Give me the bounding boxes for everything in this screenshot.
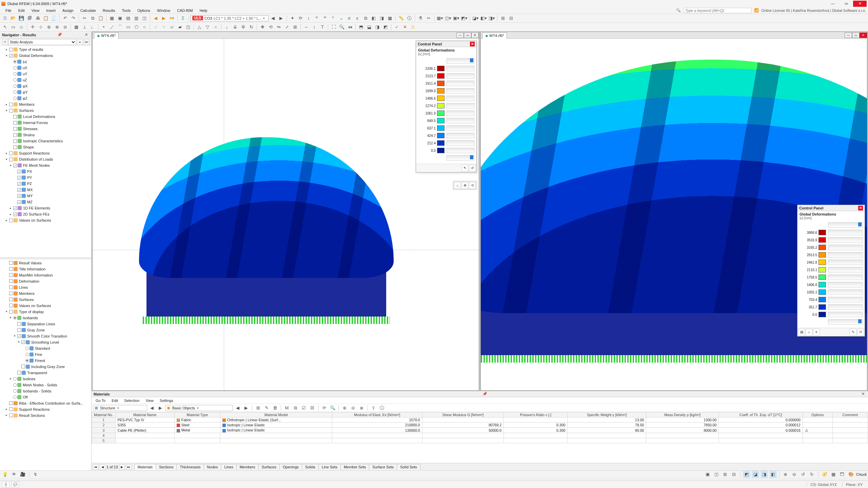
view-solid-button[interactable]: ▣	[116, 15, 124, 22]
calc-button[interactable]: Σ	[179, 15, 187, 22]
combo-prev[interactable]: ◀	[269, 15, 277, 22]
nav-next-button[interactable]: ▸	[77, 39, 83, 45]
tree-item[interactable]: Isotropic Characteristics	[1, 138, 91, 144]
mat-col-header[interactable]: Shear Modulus G [N/mm²]	[422, 412, 504, 418]
nav-menu-button[interactable]: ≡	[2, 39, 8, 45]
mat-tb10[interactable]: ⊖	[349, 404, 357, 412]
load-case-next[interactable]: ▶	[160, 15, 167, 22]
bb-dlg[interactable]: 🗔	[839, 471, 846, 478]
tree-expander[interactable]	[13, 176, 17, 180]
cp-opt3[interactable]: ≡	[813, 329, 820, 336]
save-button[interactable]: 💾	[18, 15, 25, 22]
bb-cp[interactable]: 🎨	[847, 471, 855, 478]
dim-1[interactable]: ↔	[302, 23, 310, 31]
menu-options[interactable]: Options	[134, 8, 154, 13]
tree-item[interactable]: ▸Result Sections	[1, 412, 91, 419]
tree-item[interactable]: Ribs - Effective Contribution on Surfa..…	[1, 400, 91, 406]
surface-1[interactable]: ▱	[168, 23, 176, 31]
load-case-list[interactable]: ≡▾	[168, 15, 176, 22]
tree-item[interactable]: Surfaces	[1, 297, 91, 303]
draw-poly[interactable]: ⬠	[133, 23, 140, 31]
mat-tb9[interactable]: ⊕	[341, 404, 348, 412]
mat-next2[interactable]: ▶	[242, 404, 250, 412]
window-maximize[interactable]: ▭	[840, 1, 853, 7]
tree-item[interactable]: φX	[1, 83, 91, 89]
tree-item[interactable]: Off	[1, 394, 91, 400]
tree-item[interactable]: ▾Smooth Color Transition	[1, 333, 91, 339]
tree-radio[interactable]	[13, 389, 17, 393]
tree-expander[interactable]: ▸	[5, 103, 8, 106]
tree-radio[interactable]	[13, 84, 17, 88]
mat-tb3[interactable]: 🗑	[271, 404, 279, 412]
tree-checkbox[interactable]	[9, 261, 13, 265]
tree-expander[interactable]	[21, 359, 25, 362]
menu-assign[interactable]: Assign	[59, 8, 77, 13]
mat-combo-structure[interactable]: ▦Structure▾	[93, 405, 147, 411]
undo-button[interactable]: ↶	[61, 15, 69, 22]
cp-opt2[interactable]: ⌂	[806, 329, 812, 336]
zoom-win[interactable]: 🔍	[338, 23, 346, 31]
bb-vp2[interactable]: ◫	[713, 471, 720, 478]
tree-radio[interactable]	[13, 97, 17, 100]
check-ok[interactable]: ✓	[393, 23, 400, 31]
mat-col-header[interactable]: Material Type	[174, 412, 220, 418]
tree-radio[interactable]	[25, 353, 29, 356]
addon-6[interactable]: ◧▾	[480, 15, 487, 22]
tree-item[interactable]: ▸Isolines	[1, 376, 91, 382]
addon-9[interactable]: ⊟	[507, 15, 515, 22]
tree-expander[interactable]	[9, 127, 13, 131]
mat-pg-next[interactable]: ▶	[119, 464, 125, 470]
tree-checkbox[interactable]	[9, 285, 13, 289]
tree-checkbox[interactable]	[21, 340, 25, 344]
tree-expander[interactable]	[13, 200, 17, 204]
check-err[interactable]: ✕	[401, 23, 409, 31]
tree-item[interactable]: PZ	[1, 181, 91, 187]
results-toggle[interactable]: ✦	[289, 15, 296, 22]
tree-checkbox[interactable]	[9, 219, 13, 222]
tree-expander[interactable]	[5, 285, 8, 289]
support-2[interactable]: ▽	[204, 23, 211, 31]
result-v[interactable]: ⱽ	[329, 15, 337, 22]
tree-expander[interactable]	[21, 346, 25, 350]
mat-menu-view[interactable]: View	[143, 398, 156, 403]
tree-item[interactable]: PY	[1, 175, 91, 181]
snap-4[interactable]: ⊗	[53, 23, 61, 31]
viewport-left-canvas[interactable]: ⌂ ✥ ⟲ Control Panel✕ Global Deformations…	[93, 39, 479, 390]
tree-expander[interactable]: ▾	[13, 334, 17, 338]
tree-checkbox[interactable]	[9, 158, 13, 161]
tree-item[interactable]: Finest	[1, 358, 91, 364]
result-misc1[interactable]: ⧉	[362, 15, 369, 22]
tree-checkbox[interactable]	[17, 194, 21, 198]
report-button[interactable]: 🧾	[50, 15, 58, 22]
view-yz[interactable]: ◨	[374, 23, 381, 31]
sel-poly[interactable]: ◇	[18, 23, 25, 31]
view-min-right[interactable]: —	[845, 33, 852, 38]
tree-checkbox[interactable]	[17, 371, 21, 374]
tree-checkbox[interactable]	[17, 322, 21, 326]
tree-expander[interactable]	[13, 182, 17, 186]
snap-2[interactable]: ⊹	[37, 23, 44, 31]
tree-expander[interactable]: ▾	[5, 310, 8, 313]
cp-close-r[interactable]: ✕	[858, 206, 863, 210]
tree-radio[interactable]	[13, 395, 17, 399]
tree-checkbox[interactable]	[9, 273, 13, 277]
mat-col-header[interactable]: Options	[803, 412, 832, 418]
tree-item[interactable]: Standard	[1, 345, 91, 351]
view-close-left[interactable]: ✕	[471, 33, 479, 38]
cp-opt1[interactable]: ▤	[798, 329, 805, 336]
analysis-type-select[interactable]: Static Analysis	[8, 39, 76, 45]
tree-checkbox[interactable]	[9, 304, 13, 307]
mat-tb8[interactable]: ⟳	[320, 404, 328, 412]
tree-radio[interactable]	[13, 383, 17, 387]
ortho-toggle[interactable]: ∟	[89, 23, 96, 31]
mat-tb1[interactable]: ⊞	[254, 404, 262, 412]
menu-tools[interactable]: Tools	[118, 8, 134, 13]
cp-reset-r[interactable]: ↺	[857, 329, 864, 336]
menu-file[interactable]: File	[2, 8, 15, 13]
mat-tb11[interactable]: ≣	[358, 404, 365, 412]
navigator-tree-bottom[interactable]: Result ValuesTitle InformationMax/Min In…	[0, 259, 91, 471]
bb-nav[interactable]: 🧭	[821, 471, 828, 478]
mat-tb4[interactable]: M	[283, 404, 291, 412]
tree-checkbox[interactable]	[17, 170, 21, 174]
result-misc3[interactable]: ◨	[378, 15, 386, 22]
